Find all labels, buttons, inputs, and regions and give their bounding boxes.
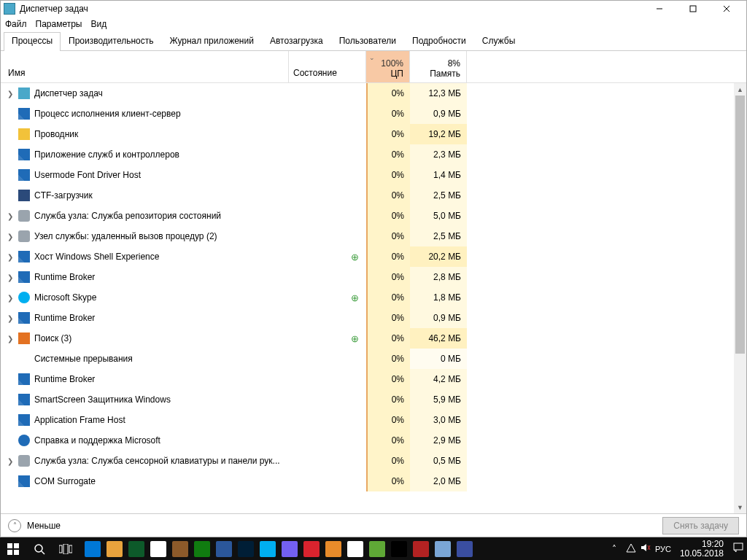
taskbar-app-9[interactable]	[279, 537, 301, 560]
cpu-cell: 0%	[366, 328, 410, 349]
process-row[interactable]: ❯Узел службы: удаленный вызов процедур (…	[1, 226, 746, 246]
tabstrip: ПроцессыПроизводительностьЖурнал приложе…	[1, 31, 746, 51]
minimize-button[interactable]	[643, 1, 676, 16]
tab-1[interactable]: Производительность	[61, 32, 161, 51]
process-name: Приложение служб и контроллеров	[34, 149, 179, 160]
col-name[interactable]: Имя	[1, 51, 289, 82]
svg-rect-5	[14, 543, 19, 548]
taskbar-app-1[interactable]	[104, 537, 125, 560]
tray-clock[interactable]: 19:20 10.05.2018	[676, 540, 728, 559]
taskbar-app-7[interactable]	[235, 537, 257, 560]
process-row[interactable]: ❯Microsoft Skype⊕0%1,8 МБ	[1, 287, 746, 308]
maximize-button[interactable]	[676, 1, 710, 16]
taskbar-app-10[interactable]	[301, 537, 322, 560]
process-row[interactable]: COM Surrogate0%2,0 МБ	[1, 471, 746, 491]
process-row[interactable]: Справка и поддержка Microsoft0%2,9 МБ	[1, 430, 746, 451]
tab-6[interactable]: Службы	[474, 32, 523, 51]
taskbar-app-14[interactable]	[388, 537, 410, 560]
menu-params[interactable]: Параметры	[36, 19, 82, 29]
process-row[interactable]: ❯Служба узла: Служба сенсорной клавиатур…	[1, 451, 746, 471]
taskbar-app-5[interactable]	[191, 537, 213, 560]
tab-3[interactable]: Автозагрузка	[262, 32, 331, 51]
process-list: ❯Диспетчер задач0%12,3 МБПроцесс исполне…	[1, 83, 746, 513]
titlebar[interactable]: Диспетчер задач	[1, 1, 746, 17]
network-icon[interactable]	[626, 542, 636, 555]
volume-icon[interactable]	[640, 542, 651, 555]
process-icon	[18, 210, 30, 222]
process-name: Runtime Broker	[34, 272, 95, 282]
taskbar-app-6[interactable]	[213, 537, 235, 560]
end-task-button[interactable]: Снять задачу	[662, 517, 739, 534]
taskbar[interactable]: ˄ РУС 19:20 10.05.2018	[0, 537, 747, 560]
tab-2[interactable]: Журнал приложений	[162, 32, 262, 51]
col-memory[interactable]: 8% Память	[410, 51, 467, 82]
expand-chevron-icon[interactable]: ❯	[5, 233, 15, 241]
process-row[interactable]: CTF-загрузчик0%2,5 МБ	[1, 185, 746, 206]
process-row[interactable]: ❯Runtime Broker0%2,8 МБ	[1, 267, 746, 287]
tab-4[interactable]: Пользователи	[331, 32, 404, 51]
taskbar-app-2[interactable]	[125, 537, 147, 560]
expand-chevron-icon[interactable]: ❯	[5, 212, 15, 220]
fewer-details[interactable]: Меньше	[27, 521, 61, 531]
expand-chevron-icon[interactable]: ❯	[5, 90, 15, 98]
tray-chevron-icon[interactable]: ˄	[607, 537, 622, 560]
tab-5[interactable]: Подробности	[404, 32, 474, 51]
taskbar-app-11[interactable]	[322, 537, 344, 560]
process-row[interactable]: Системные прерывания0%0 МБ	[1, 349, 746, 369]
process-row[interactable]: ❯Диспетчер задач0%12,3 МБ	[1, 83, 746, 104]
process-row[interactable]: Проводник0%19,2 МБ	[1, 124, 746, 144]
start-button[interactable]	[0, 537, 26, 560]
process-row[interactable]: Процесс исполнения клиент-сервер0%0,9 МБ	[1, 104, 746, 124]
taskbar-app-17[interactable]	[454, 537, 476, 560]
scroll-thumb[interactable]	[735, 96, 745, 354]
col-cpu[interactable]: ⌄ 100% ЦП	[366, 51, 410, 82]
process-row[interactable]: Usermode Font Driver Host0%1,4 МБ	[1, 165, 746, 185]
process-row[interactable]: ❯Служба узла: Служба репозитория состоян…	[1, 206, 746, 226]
expand-chevron-icon[interactable]: ❯	[5, 335, 15, 343]
process-row[interactable]: SmartScreen Защитника Windows0%5,9 МБ	[1, 389, 746, 410]
menu-view[interactable]: Вид	[90, 19, 107, 29]
process-name: Microsoft Skype	[34, 292, 96, 303]
taskbar-app-15[interactable]	[410, 537, 432, 560]
vertical-scrollbar[interactable]: ▲ ▼	[734, 83, 746, 513]
svg-rect-12	[69, 545, 72, 553]
expand-chevron-icon[interactable]: ❯	[5, 273, 15, 281]
taskbar-app-16[interactable]	[432, 537, 454, 560]
taskbar-app-0[interactable]	[82, 537, 104, 560]
mem-cell: 46,2 МБ	[410, 328, 467, 349]
process-icon	[18, 128, 30, 140]
menu-file[interactable]: Файл	[5, 19, 27, 29]
expand-chevron-icon[interactable]: ❯	[5, 294, 15, 302]
expand-chevron-icon[interactable]: ❯	[5, 314, 15, 322]
close-button[interactable]	[710, 1, 743, 16]
task-view-icon[interactable]	[53, 537, 79, 560]
mem-cell: 12,3 МБ	[410, 83, 467, 104]
collapse-icon[interactable]: ˄	[8, 519, 21, 532]
process-row[interactable]: ❯Runtime Broker0%0,9 МБ	[1, 308, 746, 328]
mem-cell: 3,0 МБ	[410, 410, 467, 430]
tray-language[interactable]: РУС	[655, 545, 671, 553]
scroll-up-icon[interactable]: ▲	[734, 83, 746, 96]
taskbar-app-12[interactable]	[344, 537, 366, 560]
search-icon[interactable]	[26, 537, 53, 560]
col-state[interactable]: Состояние	[289, 51, 366, 82]
process-row[interactable]: Приложение служб и контроллеров0%2,3 МБ	[1, 144, 746, 165]
taskbar-app-13[interactable]	[366, 537, 388, 560]
process-row[interactable]: Runtime Broker0%4,2 МБ	[1, 369, 746, 389]
cpu-cell: 0%	[366, 246, 410, 267]
cpu-cell: 0%	[366, 226, 410, 246]
process-row[interactable]: ❯Поиск (3)⊕0%46,2 МБ	[1, 328, 746, 349]
cpu-cell: 0%	[366, 104, 410, 124]
taskbar-app-8[interactable]	[257, 537, 279, 560]
taskbar-app-4[interactable]	[169, 537, 191, 560]
taskbar-app-3[interactable]	[147, 537, 169, 560]
process-row[interactable]: ❯Хост Windows Shell Experience⊕0%20,2 МБ	[1, 246, 746, 267]
notifications-icon[interactable]	[732, 542, 744, 556]
mem-cell: 2,3 МБ	[410, 144, 467, 165]
scroll-down-icon[interactable]: ▼	[734, 501, 746, 513]
expand-chevron-icon[interactable]: ❯	[5, 253, 15, 261]
tab-0[interactable]: Процессы	[4, 32, 61, 51]
expand-chevron-icon[interactable]: ❯	[5, 457, 15, 465]
cpu-cell: 0%	[366, 185, 410, 206]
process-row[interactable]: Application Frame Host0%3,0 МБ	[1, 410, 746, 430]
